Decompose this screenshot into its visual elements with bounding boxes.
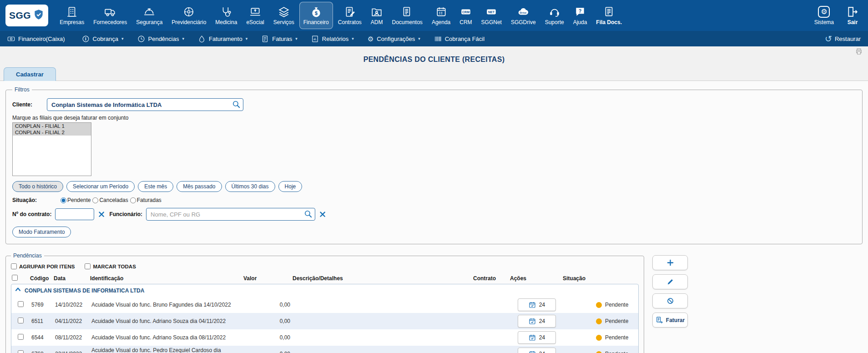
row-checkbox[interactable] (18, 318, 24, 323)
svg-text:CRM: CRM (462, 10, 469, 13)
marcar-todas-checkbox[interactable]: MARCAR TODAS (85, 263, 136, 269)
funcionario-input[interactable] (146, 208, 315, 221)
edit-button[interactable] (652, 274, 688, 289)
acoes-button[interactable]: 24 (518, 298, 556, 311)
module-medicina[interactable]: Medicina (211, 2, 241, 29)
module-financeiro[interactable]: $ Financeiro (299, 2, 333, 29)
acoes-button[interactable]: 24 (518, 331, 556, 344)
module-label: Contratos (338, 19, 362, 25)
add-button[interactable] (652, 255, 688, 270)
cloud-drive-icon: Drive (517, 6, 529, 18)
menu-configuracoes[interactable]: ⚙ Configurações ▾ (368, 35, 420, 42)
select-all-checkbox[interactable] (12, 275, 18, 281)
cell-valor: 0,00 (243, 297, 292, 313)
logo-text: SGG (9, 10, 31, 21)
cell-identificacao: Acuidade Visual do func. Bruno Fagundes … (90, 297, 243, 313)
row-checkbox[interactable] (18, 301, 24, 307)
status-label: Pendente (605, 334, 628, 341)
faturar-button[interactable]: Faturar (652, 313, 688, 328)
print-icon[interactable] (855, 48, 863, 55)
module-suporte[interactable]: Suporte (541, 2, 568, 29)
cell-data: 04/11/2022 (53, 313, 90, 329)
radio-pendente[interactable]: Pendente (61, 197, 91, 203)
search-icon[interactable] (232, 100, 241, 111)
cancel-button[interactable] (652, 293, 688, 308)
module-servicos[interactable]: Serviços (269, 2, 298, 29)
mes-passado-button[interactable]: Mês passado (177, 181, 222, 192)
module-label: Suporte (545, 19, 564, 25)
radio-pendente-input[interactable] (61, 197, 66, 203)
tab-cadastrar[interactable]: Cadastrar (4, 67, 56, 81)
page-title: PENDÊNCIAS DO CLIENTE (RECEITAS) (0, 55, 868, 64)
cliente-input[interactable] (47, 98, 243, 111)
row-checkbox[interactable] (18, 334, 24, 340)
caret-icon: ▾ (418, 36, 420, 41)
app-logo[interactable]: SGG (5, 5, 48, 26)
module-contratos[interactable]: Contratos (334, 2, 366, 29)
modo-faturamento-button[interactable]: Modo Faturamento (12, 227, 71, 237)
menu-relatorios[interactable]: Relatórios ▾ (311, 35, 354, 43)
table-row[interactable]: 6511 04/11/2022 Acuidade Visual do func.… (11, 313, 638, 329)
module-label: ADM (371, 19, 383, 25)
menu-faturas[interactable]: Faturas ▾ (261, 35, 298, 43)
module-label: eSocial (246, 19, 264, 25)
sistema-button[interactable]: ⚙ Sistema (810, 2, 838, 29)
module-esocial[interactable]: eSocial (242, 2, 268, 29)
group-header[interactable]: CONPLAN SISTEMAS DE INFORMáTICA LTDA (11, 284, 638, 297)
menu-financeiro-caixa[interactable]: Financeiro(Caixa) (7, 35, 68, 43)
marcar-todas-checkbox-input[interactable] (85, 263, 91, 269)
hoje-button[interactable]: Hoje (278, 181, 303, 192)
table-row[interactable]: 6544 08/11/2022 Acuidade Visual do func.… (11, 329, 638, 346)
module-ajuda[interactable]: ? Ajuda (569, 2, 591, 29)
acoes-button[interactable]: 24 (518, 315, 556, 328)
module-empresas[interactable]: Empresas (56, 2, 88, 29)
radio-canceladas[interactable]: Canceladas (92, 197, 128, 203)
menu-label: Cobrança (93, 35, 118, 42)
module-sggdrive[interactable]: Drive SGGDrive (507, 2, 540, 29)
group-label: CONPLAN SISTEMAS DE INFORMáTICA LTDA (25, 287, 144, 294)
cell-contrato (473, 329, 510, 346)
row-checkbox[interactable] (18, 350, 24, 353)
module-previdenciario[interactable]: Previdenciário (167, 2, 210, 29)
radio-faturadas[interactable]: Faturadas (130, 197, 161, 203)
menu-cobranca[interactable]: Cobrança ▾ (82, 35, 124, 43)
module-fornecedores[interactable]: Fornecedores (89, 2, 131, 29)
clear-contrato-icon[interactable] (98, 211, 106, 218)
module-seguranca[interactable]: Segurança (132, 2, 167, 29)
contrato-label: Nº do contrato: (12, 211, 51, 217)
radio-canceladas-input[interactable] (92, 197, 98, 203)
table-row[interactable]: 5769 14/10/2022 Acuidade Visual do func.… (11, 297, 638, 313)
module-fila-docs[interactable]: Fila Docs. (592, 2, 626, 29)
este-mes-button[interactable]: Este mês (138, 181, 173, 192)
filiais-listbox[interactable]: CONPLAN - FILIAL 1 CONPLAN - FILIAL 2 (12, 122, 91, 176)
acoes-button[interactable]: 24 (518, 348, 556, 353)
sair-button[interactable]: Sair (843, 2, 863, 29)
agrupar-checkbox-input[interactable] (11, 263, 17, 269)
agrupar-por-itens-checkbox[interactable]: AGRUPAR POR ITENS (11, 263, 75, 269)
filial-option[interactable]: CONPLAN - FILIAL 2 (13, 129, 91, 136)
menu-cobranca-facil[interactable]: Cobrança Fácil (434, 35, 488, 43)
selecionar-periodo-button[interactable]: Selecionar um Período (66, 181, 135, 192)
situacao-label: Situação: (12, 197, 37, 203)
pendencias-legend: Pendências (11, 252, 44, 259)
clear-funcionario-icon[interactable] (319, 211, 327, 218)
ultimos-30-dias-button[interactable]: Últimos 30 dias (225, 181, 275, 192)
menu-pendencias[interactable]: Pendências ▾ (137, 35, 184, 43)
cell-codigo: 5769 (30, 297, 53, 313)
module-documentos[interactable]: Documentos (388, 2, 427, 29)
menu-faturamento[interactable]: Faturamento ▾ (198, 35, 247, 43)
cell-codigo: 6544 (30, 329, 53, 346)
module-agenda[interactable]: Agenda (428, 2, 454, 29)
filial-option[interactable]: CONPLAN - FILIAL 1 (13, 123, 91, 129)
todo-historico-button[interactable]: Todo o histórico (12, 181, 63, 192)
module-crm[interactable]: CRM CRM (455, 2, 476, 29)
cell-codigo: 6511 (30, 313, 53, 329)
restaurar-button[interactable]: ↺ Restaurar (825, 35, 861, 43)
contrato-input[interactable] (55, 208, 94, 220)
status-badge: Pendente (564, 318, 636, 324)
table-row[interactable]: 6768 22/11/2022 Acuidade Visual do func.… (11, 346, 638, 353)
module-adm[interactable]: ADM (367, 2, 387, 29)
search-icon[interactable] (304, 210, 313, 220)
module-sggnet[interactable]: NET SGGNet (477, 2, 506, 29)
radio-faturadas-input[interactable] (130, 197, 136, 203)
